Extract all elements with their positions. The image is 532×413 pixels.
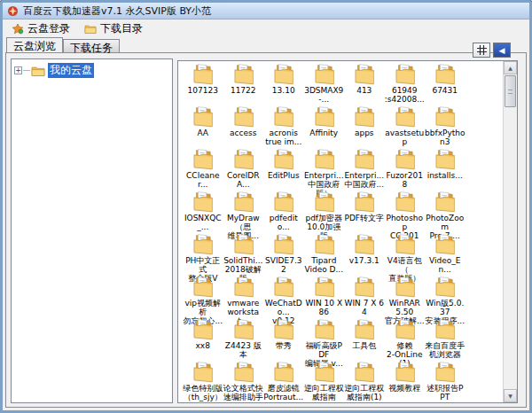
- folder-item[interactable]: Enterpri... 中国政府版）: [304, 148, 345, 191]
- folder-label: Fuzor2018: [385, 171, 426, 189]
- tree-connector: [23, 70, 30, 71]
- folder-icon: [351, 63, 377, 86]
- folder-icon: [231, 233, 256, 256]
- folder-item[interactable]: 论文格式快 速编排助手: [223, 361, 264, 402]
- folder-item[interactable]: 逆向工程权 威指南(1): [344, 361, 385, 402]
- folder-item[interactable]: 11722: [223, 63, 264, 105]
- window-title: 百度云下载加速器v7.1 永久SVIP版 BY小范: [23, 4, 211, 18]
- folder-icon: [231, 191, 256, 214]
- folder-item[interactable]: avastsetup: [385, 105, 426, 148]
- folder-icon: [190, 191, 215, 214]
- folder-item[interactable]: Photoshop CC 2017....: [385, 191, 426, 233]
- folder-item[interactable]: Affinity: [304, 105, 345, 148]
- folder-item[interactable]: MyDraw（思 维导图...: [223, 191, 264, 233]
- collapse-left-icon: ◀: [499, 46, 505, 55]
- folder-item[interactable]: 绿色特别版 （th_sjy）: [183, 361, 223, 402]
- folder-item[interactable]: access: [223, 105, 264, 148]
- folder-item[interactable]: Win版5.0.37 安装程序...: [425, 276, 466, 318]
- folder-label: IOSNXQC_...: [183, 214, 223, 231]
- folder-item[interactable]: PDF转文字: [344, 191, 385, 233]
- folder-icon: [392, 233, 418, 256]
- folder-item[interactable]: installs...: [425, 148, 466, 191]
- folder-item[interactable]: v17.3.1: [344, 233, 385, 276]
- folder-item[interactable]: pdfedito...: [263, 191, 304, 233]
- folder-item[interactable]: SVIDE7.32: [263, 233, 304, 276]
- folder-item[interactable]: 修赖 2-OnLine(1): [385, 318, 426, 361]
- folder-item[interactable]: acronis true im...: [263, 105, 304, 148]
- folder-item[interactable]: Video_En...: [425, 233, 466, 276]
- folder-item[interactable]: 带秀: [263, 318, 304, 361]
- folder-item[interactable]: bbfxPython3: [425, 105, 466, 148]
- folder-item[interactable]: Fuzor2018: [385, 148, 426, 191]
- folder-icon: [351, 233, 377, 256]
- folder-item[interactable]: 磨皮滤镜 Portraut...: [263, 361, 304, 402]
- folder-item[interactable]: 福昕高级PDF 编辑器 v...: [304, 318, 345, 361]
- folder-item[interactable]: WIN 10 X86: [304, 276, 345, 318]
- tree-expander-icon[interactable]: +: [14, 66, 22, 74]
- folder-item[interactable]: 逆向工程权 威指南: [304, 361, 345, 402]
- folder-item[interactable]: SolidThi... 2018破解版: [223, 233, 264, 276]
- folder-label: 逆向工程权 威指南: [304, 384, 344, 401]
- folder-item[interactable]: vmware workstat...: [223, 276, 264, 318]
- folder-item[interactable]: 107123: [183, 63, 223, 105]
- folder-item[interactable]: WIN 7 X 64: [344, 276, 385, 318]
- tree-folder-icon: [31, 65, 45, 77]
- cloud-login-label: 云盘登录: [27, 21, 70, 36]
- folder-item[interactable]: 述职报告PPT: [425, 361, 466, 402]
- folder-item[interactable]: PH中文正式 整合版Ve...: [183, 233, 223, 276]
- scroll-down-button[interactable]: ▼: [504, 389, 517, 402]
- folder-label: 绿色特别版 （th_sjy）: [183, 384, 223, 401]
- folder-item[interactable]: WeChatDo... v0.12: [263, 276, 304, 318]
- folder-item[interactable]: Z4423 版本: [223, 318, 264, 361]
- folder-icon: [351, 276, 377, 299]
- folder-item[interactable]: WinRAR 5.50 官方破解...: [385, 276, 426, 318]
- folder-icon: [432, 105, 458, 129]
- folder-icon: [270, 148, 296, 171]
- folder-label: 述职报告PPT: [425, 384, 466, 401]
- folder-item[interactable]: 67431: [425, 63, 466, 105]
- tab-strip: 云盘浏览 下载任务: [6, 37, 120, 52]
- folder-item[interactable]: 61949 :s42008...: [385, 63, 426, 105]
- folder-icon: [432, 191, 458, 214]
- folder-item[interactable]: vip视频解析 勿忘初心...: [183, 276, 223, 318]
- folder-label: 107123: [188, 86, 218, 95]
- folder-item[interactable]: 413: [344, 63, 385, 105]
- folder-item[interactable]: Enterpri... 中国政府...: [344, 148, 385, 191]
- tree-item-my-cloud[interactable]: 我的云盘: [48, 63, 94, 78]
- folder-item[interactable]: 3DSMAX9-...: [304, 63, 345, 105]
- tab-download-tasks[interactable]: 下载任务: [63, 39, 120, 52]
- folder-icon: [392, 318, 418, 341]
- folder-item[interactable]: pdf加密器 10.0加强版: [304, 191, 345, 233]
- folder-item[interactable]: AA: [183, 105, 223, 148]
- folder-list-panel: 1071231172213.103DSMAX9-...41361949 :s42…: [177, 60, 518, 403]
- folder-item[interactable]: V4语言包（ 直装版）: [385, 233, 426, 276]
- folder-icon: [231, 105, 256, 129]
- folder-item[interactable]: PhotoZoom Pro 7 ...: [425, 191, 466, 233]
- folder-icon: [351, 318, 377, 341]
- tab-cloud-browse[interactable]: 云盘浏览: [6, 37, 63, 52]
- download-dir-button[interactable]: 下载目录: [84, 21, 143, 36]
- cloud-login-button[interactable]: 云盘登录: [12, 21, 70, 36]
- folder-label: 67431: [432, 86, 458, 95]
- folder-item[interactable]: 13.10: [263, 63, 304, 105]
- grid-view-button[interactable]: [473, 43, 490, 58]
- folder-item[interactable]: Tipard Video D...: [304, 233, 345, 276]
- folder-item[interactable]: xx8: [183, 318, 223, 361]
- folder-item[interactable]: IOSNXQC_...: [183, 191, 223, 233]
- folder-icon: [432, 361, 458, 384]
- folder-item[interactable]: 视频教程: [385, 361, 426, 402]
- tree-row-root[interactable]: + 我的云盘: [12, 59, 172, 82]
- scroll-up-button[interactable]: ▲: [504, 61, 517, 74]
- folder-label: apps: [355, 129, 374, 137]
- folder-item[interactable]: apps: [344, 105, 385, 148]
- folder-item[interactable]: 工具包: [344, 318, 385, 361]
- folder-icon: [190, 148, 215, 171]
- folder-item[interactable]: EditPlus: [263, 148, 304, 191]
- collapse-left-button[interactable]: ◀: [493, 43, 511, 58]
- vertical-scrollbar[interactable]: ▲ ▼: [503, 61, 517, 402]
- folder-item[interactable]: CCleaner...: [183, 148, 223, 191]
- scrollbar-thumb[interactable]: [505, 75, 516, 107]
- folder-item[interactable]: CorelDRA...: [223, 148, 264, 191]
- download-dir-label: 下载目录: [100, 21, 143, 36]
- folder-item[interactable]: 来自百度手 机浏览器: [425, 318, 466, 361]
